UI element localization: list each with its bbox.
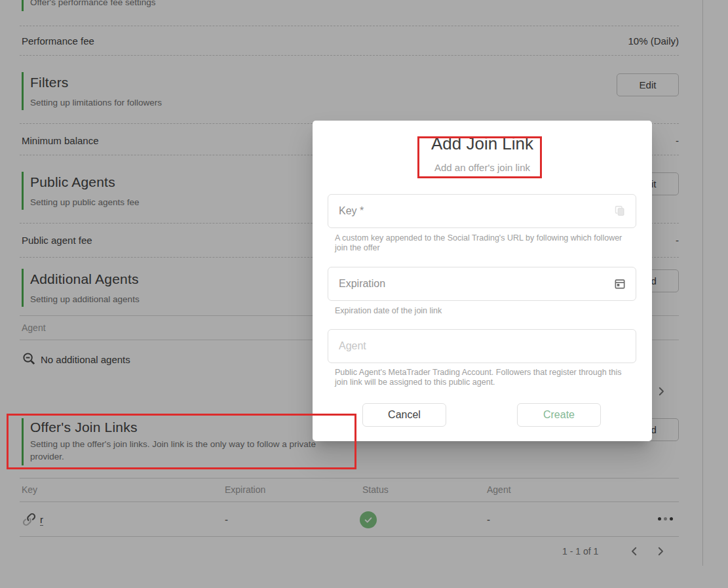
expiration-helper-text: Expiration date of the join link	[335, 306, 628, 316]
key-helper-text: A custom key appended to the Social Trad…	[335, 233, 628, 253]
key-input[interactable]	[328, 195, 636, 227]
expiration-input[interactable]	[328, 267, 636, 300]
agent-input[interactable]	[328, 330, 636, 363]
create-button[interactable]: Create	[517, 403, 601, 427]
key-field[interactable]	[328, 194, 636, 228]
provider-settings-page: Offer's performance fee settings Perform…	[0, 0, 728, 588]
copy-icon[interactable]	[613, 205, 626, 218]
calendar-icon[interactable]	[613, 277, 626, 290]
modal-subtitle: Add an offer's join link	[313, 162, 652, 173]
expiration-field[interactable]	[328, 267, 636, 301]
cancel-button[interactable]: Cancel	[362, 403, 446, 427]
modal-title: Add Join Link	[313, 134, 652, 154]
agent-field[interactable]	[328, 329, 636, 363]
add-join-link-modal: Add Join Link Add an offer's join link A…	[313, 121, 652, 441]
agent-helper-text: Public Agent's MetaTrader Trading Accoun…	[335, 368, 628, 387]
